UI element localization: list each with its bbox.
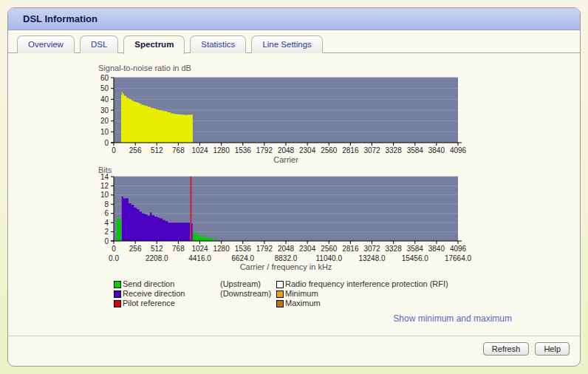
- svg-text:2560: 2560: [321, 245, 338, 253]
- svg-text:1792: 1792: [256, 146, 273, 154]
- dsl-information-window: DSL Information Overview DSL Spectrum St…: [7, 7, 581, 367]
- svg-text:1536: 1536: [235, 245, 252, 253]
- receive-direction-swatch: [114, 290, 121, 298]
- svg-text:0: 0: [112, 245, 116, 253]
- svg-text:3840: 3840: [428, 245, 445, 253]
- legend-direction: [220, 299, 276, 308]
- footer-divider: [8, 336, 580, 336]
- footer-buttons: Refresh Help: [483, 342, 570, 356]
- svg-text:3072: 3072: [363, 146, 380, 154]
- svg-text:0: 0: [112, 146, 116, 154]
- svg-text:3328: 3328: [386, 245, 403, 253]
- svg-text:3840: 3840: [428, 146, 445, 154]
- svg-text:4096: 4096: [450, 146, 467, 154]
- snr-chart-title: Signal-to-noise ratio in dB: [98, 64, 191, 72]
- svg-text:2048: 2048: [278, 146, 295, 154]
- svg-text:2304: 2304: [299, 146, 316, 154]
- svg-text:2048: 2048: [278, 245, 295, 253]
- svg-text:3584: 3584: [407, 146, 424, 154]
- show-min-max-link[interactable]: Show minimum and maximum: [393, 313, 512, 324]
- maximum-swatch: [276, 300, 284, 307]
- svg-text:Carrier: Carrier: [273, 155, 298, 164]
- legend-direction: (Downstream): [220, 289, 276, 299]
- legend-label: Minimum: [285, 289, 318, 299]
- tab-dsl[interactable]: DSL: [80, 35, 118, 53]
- svg-text:4096: 4096: [450, 245, 467, 253]
- svg-text:17664.0: 17664.0: [445, 254, 472, 262]
- tab-line-settings[interactable]: Line Settings: [251, 35, 323, 53]
- refresh-button[interactable]: Refresh: [483, 342, 530, 356]
- svg-text:Carrier / frequency in kHz: Carrier / frequency in kHz: [240, 262, 332, 271]
- svg-text:10: 10: [100, 128, 109, 136]
- legend-row: Receive direction (Downstream) Minimum: [114, 289, 448, 299]
- svg-text:0: 0: [104, 139, 109, 147]
- legend-label: Radio frequency interference protection …: [285, 279, 448, 289]
- legend-row: Send direction (Upstream) Radio frequenc…: [114, 279, 448, 289]
- svg-text:2: 2: [104, 228, 109, 236]
- svg-text:6624.0: 6624.0: [231, 254, 254, 262]
- svg-text:0.0: 0.0: [109, 254, 119, 262]
- svg-text:768: 768: [172, 245, 185, 253]
- legend-row: Pilot reference Maximum: [114, 299, 448, 308]
- tab-bar: Overview DSL Spectrum Statistics Line Se…: [17, 35, 328, 54]
- show-min-max-wrap: Show minimum and maximum: [259, 311, 512, 324]
- pilot-reference-swatch: [114, 300, 121, 307]
- svg-text:10: 10: [100, 191, 109, 199]
- svg-text:2816: 2816: [342, 146, 359, 154]
- legend-label: Pilot reference: [123, 299, 175, 308]
- svg-text:13248.0: 13248.0: [358, 254, 386, 262]
- svg-text:50: 50: [100, 84, 109, 92]
- svg-text:2560: 2560: [321, 146, 338, 154]
- svg-text:1280: 1280: [213, 245, 230, 253]
- svg-text:40: 40: [100, 95, 109, 103]
- svg-text:60: 60: [100, 74, 109, 82]
- svg-text:1024: 1024: [191, 245, 208, 253]
- svg-text:512: 512: [151, 245, 163, 253]
- svg-text:0: 0: [104, 237, 109, 245]
- svg-text:8832.0: 8832.0: [275, 254, 298, 262]
- svg-text:2816: 2816: [342, 245, 359, 253]
- svg-text:768: 768: [172, 146, 185, 154]
- rfi-swatch: [276, 281, 284, 288]
- chart-legend: Send direction (Upstream) Radio frequenc…: [114, 279, 448, 308]
- snr-chart: 0102030405060025651276810241280153617922…: [83, 73, 476, 168]
- legend-direction: (Upstream): [220, 279, 276, 289]
- svg-text:256: 256: [129, 146, 142, 154]
- svg-text:3072: 3072: [363, 245, 380, 253]
- svg-text:14: 14: [100, 173, 109, 181]
- svg-text:1024: 1024: [191, 146, 208, 154]
- svg-text:512: 512: [151, 146, 163, 154]
- svg-text:1792: 1792: [256, 245, 273, 253]
- svg-text:2208.0: 2208.0: [146, 254, 168, 262]
- tab-overview[interactable]: Overview: [17, 35, 75, 53]
- tab-statistics[interactable]: Statistics: [190, 35, 246, 53]
- svg-text:4: 4: [104, 219, 109, 227]
- svg-text:6: 6: [104, 209, 109, 217]
- legend-label: Send direction: [123, 279, 174, 289]
- svg-text:15456.0: 15456.0: [402, 254, 429, 262]
- tab-spectrum[interactable]: Spectrum: [123, 35, 185, 54]
- svg-text:1280: 1280: [213, 146, 230, 154]
- bits-chart: 0246810121402565127681024128015361792204…: [83, 172, 476, 277]
- svg-text:11040.0: 11040.0: [316, 254, 343, 262]
- window-title-bar: DSL Information: [8, 8, 580, 30]
- legend-label: Receive direction: [123, 289, 185, 299]
- help-button[interactable]: Help: [535, 342, 570, 356]
- svg-text:12: 12: [100, 182, 109, 190]
- svg-text:1536: 1536: [235, 146, 252, 154]
- svg-text:3328: 3328: [386, 146, 403, 154]
- svg-text:20: 20: [100, 117, 109, 125]
- svg-text:256: 256: [129, 245, 142, 253]
- page-title: DSL Information: [23, 13, 98, 24]
- legend-label: Maximum: [285, 299, 321, 308]
- svg-text:30: 30: [100, 106, 109, 115]
- svg-text:3584: 3584: [407, 245, 424, 253]
- svg-text:4416.0: 4416.0: [188, 254, 211, 262]
- svg-text:8: 8: [104, 200, 109, 208]
- minimum-swatch: [276, 290, 284, 298]
- send-direction-swatch: [114, 281, 121, 288]
- svg-text:2304: 2304: [299, 245, 316, 253]
